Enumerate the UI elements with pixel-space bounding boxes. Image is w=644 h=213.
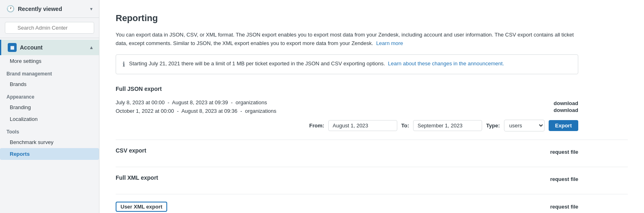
type-label: Type:	[486, 123, 500, 129]
main-content: Reporting You can export data in JSON, C…	[99, 0, 644, 213]
export-button[interactable]: Export	[549, 120, 578, 131]
download-link-1[interactable]: download	[554, 100, 578, 106]
sidebar-item-brands[interactable]: Brands	[0, 78, 99, 90]
sidebar-item-branding[interactable]: Branding	[0, 101, 99, 113]
xml-export-title: Full XML export	[116, 174, 158, 181]
account-icon: ▦	[8, 43, 17, 52]
recently-viewed-label: Recently viewed	[18, 6, 62, 12]
chevron-down-icon: ▾	[90, 6, 93, 12]
announcement-link[interactable]: Learn about these changes in the announc…	[388, 60, 504, 67]
json-export-section: Full JSON export July 8, 2023 at 00:00 -…	[116, 84, 578, 131]
search-input[interactable]	[5, 22, 94, 34]
info-icon: ℹ	[123, 60, 125, 68]
to-input[interactable]	[413, 120, 482, 131]
to-label: To:	[401, 123, 409, 129]
learn-more-link[interactable]: Learn more	[376, 40, 403, 46]
sidebar-item-account[interactable]: ▦ Account ▴	[0, 40, 99, 55]
appearance-group-label: Appearance	[0, 90, 99, 101]
user-xml-export-section: User XML export request file	[116, 200, 578, 213]
xml-export-section: Full XML export request file	[116, 173, 578, 186]
json-export-entries: July 8, 2023 at 00:00 - August 8, 2023 a…	[116, 99, 276, 115]
from-to-row: From: To: Type: users organizations tick…	[116, 120, 578, 131]
json-export-title: Full JSON export	[116, 86, 162, 92]
from-label: From:	[309, 123, 324, 129]
divider-1	[116, 140, 628, 140]
sidebar-item-more-settings[interactable]: More settings	[0, 55, 99, 67]
account-label: Account	[20, 44, 43, 51]
from-input[interactable]	[328, 120, 397, 131]
xml-export-row: Full XML export request file	[116, 173, 578, 186]
csv-export-row: CSV export request file	[116, 146, 578, 159]
xml-request-link[interactable]: request file	[550, 176, 578, 182]
tools-group-label: Tools	[0, 125, 99, 136]
csv-export-title: CSV export	[116, 147, 146, 154]
sidebar-item-localization[interactable]: Localization	[0, 113, 99, 125]
download-links-col: download download	[554, 100, 578, 113]
download-link-2[interactable]: download	[554, 107, 578, 113]
clock-icon: 🕐	[6, 5, 15, 13]
user-xml-export-title: User XML export	[116, 202, 167, 212]
user-xml-export-row: User XML export request file	[116, 200, 578, 213]
page-title: Reporting	[116, 13, 628, 24]
json-export-header-row: Full JSON export	[116, 84, 578, 97]
user-xml-request-link[interactable]: request file	[550, 204, 578, 210]
search-container: 🔍	[0, 18, 99, 38]
divider-3	[116, 194, 628, 194]
brand-management-group-label: Brand management	[0, 67, 99, 78]
csv-export-section: CSV export request file	[116, 146, 578, 159]
csv-request-link[interactable]: request file	[550, 149, 578, 155]
sidebar: 🕐 Recently viewed ▾ 🔍 ▦ Account ▴ More s…	[0, 0, 99, 213]
chevron-up-icon: ▴	[90, 45, 93, 50]
type-select[interactable]: users organizations tickets	[504, 120, 545, 131]
divider-2	[116, 167, 628, 167]
json-export-entry-2: October 1, 2022 at 00:00 - August 8, 202…	[116, 107, 276, 115]
sidebar-item-reports[interactable]: Reports	[0, 148, 99, 160]
recently-viewed-section[interactable]: 🕐 Recently viewed ▾	[0, 0, 99, 18]
description-text: You can export data in JSON, CSV, or XML…	[116, 31, 578, 48]
info-banner: ℹ Starting July 21, 2021 there will be a…	[116, 54, 578, 74]
sidebar-item-benchmark-survey[interactable]: Benchmark survey	[0, 136, 99, 148]
json-export-entry-1: July 8, 2023 at 00:00 - August 8, 2023 a…	[116, 99, 276, 106]
sidebar-nav: ▦ Account ▴ More settings Brand manageme…	[0, 38, 99, 161]
json-export-entries-row: July 8, 2023 at 00:00 - August 8, 2023 a…	[116, 97, 578, 116]
